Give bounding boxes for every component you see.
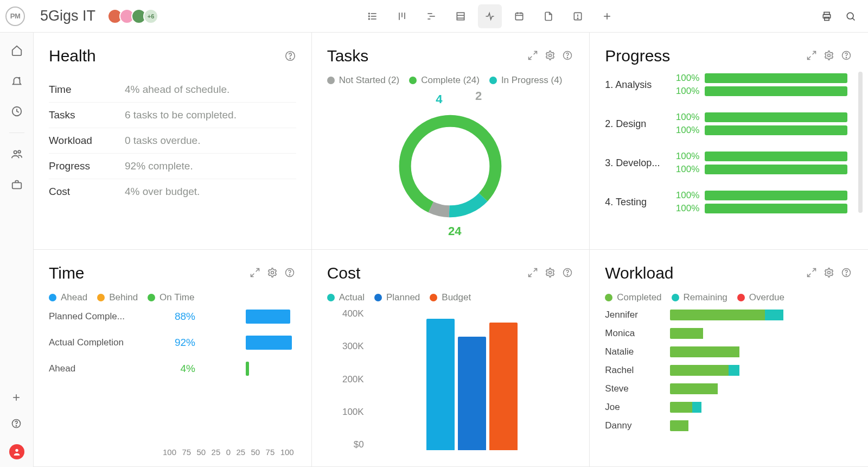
axis-tick: 50 [251, 447, 260, 457]
avatar-stack[interactable]: +6 [107, 9, 158, 24]
panel-time: Time AheadBehindOn Time Planned Comple..… [34, 250, 312, 467]
expand-icon[interactable] [250, 267, 261, 279]
legend-item[interactable]: Not Started (2) [327, 75, 400, 86]
view-board[interactable] [390, 4, 414, 28]
search-icon[interactable] [845, 11, 856, 22]
scrollbar[interactable] [858, 72, 863, 213]
panel-title: Progress [605, 47, 670, 65]
time-pct: 4% [157, 363, 195, 375]
progress-pct: 100% [670, 125, 699, 136]
health-row: Cost4% over budget. [49, 179, 296, 204]
user-avatar[interactable] [9, 444, 24, 459]
team-icon[interactable] [11, 148, 23, 160]
svg-line-60 [529, 274, 532, 277]
legend-label: In Progress (4) [501, 75, 562, 86]
legend-item[interactable]: On Time [148, 292, 194, 303]
health-label: Workload [49, 135, 125, 147]
time-label: Actual Completion [49, 337, 157, 348]
briefcase-icon[interactable] [11, 179, 23, 191]
gear-icon[interactable] [824, 50, 835, 62]
legend-label: Behind [109, 292, 138, 303]
view-status[interactable] [478, 4, 502, 28]
panel-title: Health [49, 47, 96, 65]
progress-pct: 100% [670, 190, 699, 201]
donut-value: 4 [436, 92, 442, 106]
svg-point-32 [18, 150, 21, 153]
health-label: Cost [49, 186, 125, 198]
gear-icon[interactable] [545, 267, 557, 279]
legend-item[interactable]: Remaining [672, 292, 727, 303]
panel-title: Workload [605, 264, 673, 282]
view-add[interactable] [595, 4, 619, 28]
svg-line-65 [808, 274, 811, 277]
expand-icon[interactable] [527, 267, 539, 279]
svg-line-49 [813, 52, 816, 55]
help-icon[interactable] [284, 267, 296, 279]
view-gantt[interactable] [419, 4, 443, 28]
tasks-donut: 4224 [327, 89, 575, 243]
progress-bar [705, 191, 847, 200]
help-icon[interactable] [562, 50, 574, 62]
sidebar [0, 33, 34, 467]
legend-item[interactable]: Complete (24) [409, 75, 480, 86]
expand-icon[interactable] [527, 50, 539, 62]
workload-bar [670, 420, 853, 431]
help-icon[interactable] [562, 267, 574, 279]
svg-point-45 [567, 58, 568, 58]
add-icon[interactable] [11, 392, 23, 404]
help-icon[interactable] [841, 50, 853, 62]
cost-bar [458, 337, 486, 450]
view-sheet[interactable] [449, 4, 473, 28]
panel-health: Health Time4% ahead of schedule.Tasks6 t… [34, 33, 312, 250]
legend-label: Actual [339, 292, 365, 303]
health-value: 4% over budget. [125, 186, 296, 198]
gear-icon[interactable] [824, 267, 835, 279]
legend-item[interactable]: In Progress (4) [489, 75, 562, 86]
clock-icon[interactable] [11, 105, 23, 117]
workload-bar [670, 402, 853, 413]
svg-point-63 [567, 275, 568, 275]
print-icon[interactable] [821, 11, 832, 22]
axis-tick: 100 [163, 447, 176, 457]
svg-rect-12 [457, 12, 464, 20]
axis-tick: 200K [342, 374, 364, 385]
time-label: Planned Comple... [49, 311, 157, 322]
workload-name: Joe [605, 402, 670, 413]
legend-item[interactable]: Overdue [737, 292, 784, 303]
legend-item[interactable]: Completed [605, 292, 661, 303]
progress-pct: 100% [670, 112, 699, 123]
legend-item[interactable]: Ahead [49, 292, 87, 303]
health-row: Tasks6 tasks to be completed. [49, 102, 296, 128]
progress-name: 4. Testing [605, 197, 665, 208]
cost-bar [426, 319, 455, 450]
help-icon[interactable] [11, 418, 23, 430]
expand-icon[interactable] [806, 267, 818, 279]
svg-point-66 [828, 272, 831, 274]
bell-icon[interactable] [11, 75, 23, 87]
app-logo[interactable]: PM [5, 7, 25, 26]
help-icon[interactable] [841, 267, 853, 279]
health-row: Progress92% complete. [49, 153, 296, 179]
time-pct: 92% [157, 337, 195, 349]
home-icon[interactable] [11, 45, 23, 56]
legend-item[interactable]: Actual [327, 292, 365, 303]
view-issues[interactable] [566, 4, 590, 28]
workload-name: Jennifer [605, 310, 670, 320]
legend-label: Planned [386, 292, 420, 303]
workload-name: Rachel [605, 365, 670, 376]
legend-label: On Time [159, 292, 194, 303]
legend-item[interactable]: Planned [374, 292, 420, 303]
axis-tick: 0 [226, 447, 231, 457]
legend-item[interactable]: Behind [97, 292, 138, 303]
gear-icon[interactable] [545, 50, 557, 62]
gear-icon[interactable] [267, 267, 279, 279]
legend-item[interactable]: Budget [430, 292, 471, 303]
view-files[interactable] [537, 4, 560, 28]
svg-point-61 [549, 272, 552, 274]
avatar-overflow[interactable]: +6 [143, 9, 158, 24]
view-calendar[interactable] [507, 4, 531, 28]
axis-tick: 100K [342, 407, 364, 418]
expand-icon[interactable] [806, 50, 818, 62]
help-icon[interactable] [284, 50, 296, 62]
view-list[interactable] [361, 4, 385, 28]
